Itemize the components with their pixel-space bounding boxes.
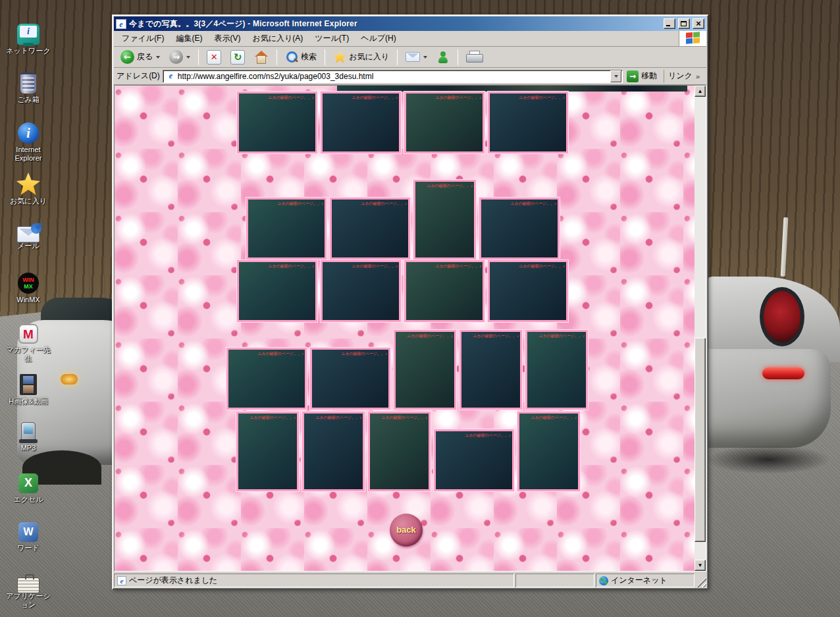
photo-watermark: ユカの秘密のページ。。♪	[277, 201, 323, 207]
photo-thumbnail-placeholder[interactable]: ユカの秘密のページ。。♪	[302, 412, 365, 491]
photo-thumbnail-placeholder[interactable]: ユカの秘密のページ。。♪	[236, 412, 299, 491]
scroll-down-button[interactable]: ▼	[695, 560, 706, 571]
photo-thumbnail-placeholder[interactable]: ユカの秘密のページ。。♪	[321, 260, 401, 322]
desktop: コンピュータネットワークごみ箱Internet Explorerお気に入りメール…	[0, 0, 840, 617]
photo-watermark: ユカの秘密のページ。。♪	[427, 183, 473, 189]
windows-flag-icon	[686, 32, 700, 45]
photo-thumbnail-placeholder[interactable]: ユカの秘密のページ。。♪	[237, 92, 317, 153]
excel-icon	[18, 473, 38, 493]
menu-item-5[interactable]: ヘルプ(H)	[355, 31, 402, 46]
thumbnail-row-4: ユカの秘密のページ。。♪ユカの秘密のページ。。♪ユカの秘密のページ。。♪ユカの秘…	[226, 326, 588, 410]
photo-thumbnail-placeholder[interactable]: ユカの秘密のページ。。♪	[434, 429, 514, 491]
scrollbar-thumb[interactable]	[695, 338, 706, 542]
toolbar-separator	[397, 49, 398, 65]
photo-thumbnail-placeholder[interactable]: ユカの秘密のページ。。♪	[368, 412, 431, 491]
mail-icon	[406, 52, 420, 62]
back-button[interactable]: 戻る	[117, 48, 164, 67]
photo-watermark: ユカの秘密のページ。。♪	[531, 415, 577, 421]
menu-item-4[interactable]: ツール(T)	[309, 31, 354, 46]
desktop-icon-film[interactable]: H画像&動画	[4, 374, 53, 406]
desktop-icon-label: メール	[17, 242, 39, 250]
back-dropdown-icon[interactable]	[156, 56, 160, 59]
winmx-icon: WINMX	[18, 273, 39, 294]
maximize-button[interactable]	[678, 18, 690, 29]
address-input[interactable]	[178, 71, 610, 82]
desktop-icon-winmx[interactable]: WINMXWinMX	[4, 273, 53, 304]
toolbar-separator	[458, 49, 458, 65]
network-icon	[17, 24, 39, 45]
titlebar[interactable]: 今までの写真。。3(3／4ページ) - Microsoft Internet E…	[114, 16, 706, 31]
print-button[interactable]	[462, 48, 486, 67]
photo-thumbnail-placeholder[interactable]: ユカの秘密のページ。。♪	[330, 198, 410, 259]
refresh-icon	[230, 50, 245, 65]
stop-button[interactable]	[203, 48, 225, 67]
forward-arrow-icon	[169, 50, 183, 64]
desktop-icon-excel[interactable]: エクセル	[4, 473, 53, 504]
photo-thumbnail-placeholder[interactable]: ユカの秘密のページ。。♪	[479, 198, 560, 259]
page-back-button[interactable]: back	[390, 514, 423, 547]
desktop-icon-trash[interactable]: ごみ箱	[4, 72, 53, 104]
mail-button[interactable]	[402, 48, 431, 67]
photo-thumbnail-placeholder[interactable]: ユカの秘密のページ。。♪	[310, 348, 390, 410]
toolbar-separator	[276, 49, 277, 65]
desktop-icon-word[interactable]: ワード	[4, 522, 53, 552]
photo-thumbnail-placeholder[interactable]: ユカの秘密のページ。。♪	[246, 198, 327, 259]
mail-dropdown-icon[interactable]	[423, 56, 427, 59]
photo-thumbnail-placeholder[interactable]: ユカの秘密のページ。。♪	[459, 330, 522, 410]
menu-item-1[interactable]: 編集(E)	[171, 31, 207, 46]
menu-item-2[interactable]: 表示(V)	[209, 31, 246, 46]
status-zone-pane: インターネット	[596, 574, 695, 587]
home-button[interactable]	[250, 48, 273, 67]
vertical-scrollbar[interactable]: ▲ ▼	[695, 86, 706, 571]
address-dropdown-button[interactable]	[610, 70, 621, 82]
photo-thumbnail-placeholder[interactable]: ユカの秘密のページ。。♪	[321, 92, 401, 153]
windows-brand-box	[679, 31, 706, 46]
photo-thumbnail-placeholder[interactable]: ユカの秘密のページ。。♪	[488, 92, 568, 153]
photo-watermark: ユカの秘密のページ。。♪	[249, 415, 296, 421]
menu-item-0[interactable]: ファイル(F)	[117, 31, 169, 46]
resize-grip[interactable]	[696, 574, 706, 587]
search-button[interactable]: 検索	[281, 48, 321, 67]
desktop-icon-label: アプリケーション	[4, 592, 53, 608]
status-bar: ページが表示されました インターネット	[114, 572, 706, 587]
browser-window: 今までの写真。。3(3／4ページ) - Microsoft Internet E…	[112, 14, 708, 589]
favorites-button[interactable]: お気に入り	[329, 48, 393, 67]
photo-watermark: ユカの秘密のページ。。♪	[381, 415, 427, 421]
photo-thumbnail-placeholder[interactable]: ユカの秘密のページ。。♪	[394, 330, 456, 410]
desktop-icon-label: エクセル	[13, 495, 43, 504]
minimize-button[interactable]	[664, 18, 675, 29]
photo-thumbnail-placeholder[interactable]: ユカの秘密のページ。。♪	[404, 92, 485, 153]
page-content: ユカの秘密のページ。。♪ユカの秘密のページ。。♪ユカの秘密のページ。。♪ユカの秘…	[115, 86, 695, 571]
go-button[interactable]: 移動	[625, 70, 661, 83]
desktop-icon-star[interactable]: お気に入り	[4, 173, 53, 205]
forward-button[interactable]	[165, 48, 194, 67]
go-button-label: 移動	[641, 70, 657, 82]
menu-item-3[interactable]: お気に入り(A)	[247, 31, 308, 46]
desktop-icon-mcafee[interactable]: マカフィー先生	[4, 324, 53, 362]
scroll-up-button[interactable]: ▲	[695, 86, 706, 97]
photo-thumbnail-placeholder[interactable]: ユカの秘密のページ。。♪	[517, 412, 580, 491]
desktop-icon-ie[interactable]: Internet Explorer	[4, 122, 53, 162]
photo-thumbnail-placeholder[interactable]: ユカの秘密のページ。。♪	[404, 260, 485, 322]
status-empty-pane	[515, 574, 594, 587]
photo-thumbnail-placeholder[interactable]: ユカの秘密のページ。。♪	[237, 260, 317, 322]
photo-thumbnail-placeholder[interactable]: ユカの秘密のページ。。♪	[488, 260, 568, 322]
favorites-button-label: お気に入り	[349, 51, 389, 63]
close-button[interactable]	[693, 18, 704, 29]
photo-thumbnail-placeholder[interactable]: ユカの秘密のページ。。♪	[226, 348, 307, 410]
desktop-icon-mp3[interactable]: MP3	[4, 422, 53, 452]
desktop-icon-briefcase[interactable]: アプリケーション	[4, 574, 53, 608]
photo-thumbnail-placeholder[interactable]: ユカの秘密のページ。。♪	[525, 330, 588, 410]
refresh-button[interactable]	[226, 48, 249, 67]
search-icon	[285, 51, 298, 64]
briefcase-icon	[17, 577, 39, 593]
photo-thumbnail-placeholder[interactable]: ユカの秘密のページ。。♪	[413, 180, 476, 259]
messenger-button[interactable]	[433, 48, 454, 67]
forward-dropdown-icon[interactable]	[186, 56, 190, 59]
desktop-icon-label: Internet Explorer	[15, 146, 42, 162]
desktop-icon-mail[interactable]: メール	[4, 224, 53, 250]
links-button[interactable]: リンク »	[664, 70, 704, 83]
photo-watermark: ユカの秘密のページ。。♪	[352, 95, 398, 101]
desktop-icon-network[interactable]: ネットワーク	[4, 24, 53, 55]
photo-watermark: ユカの秘密のページ。。♪	[352, 263, 398, 269]
